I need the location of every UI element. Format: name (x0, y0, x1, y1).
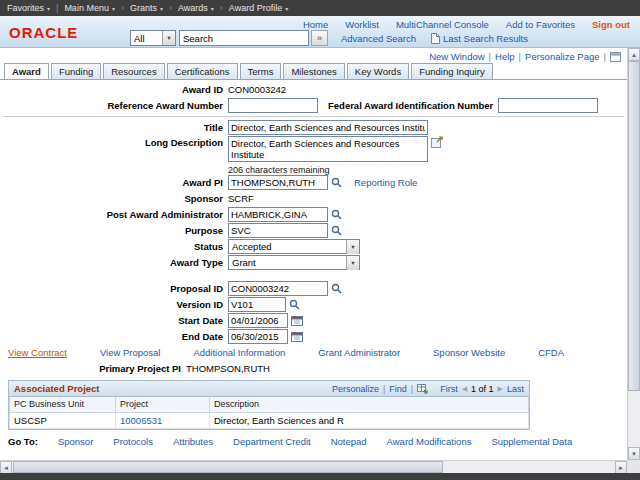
horizontal-scrollbar[interactable]: ◄ ► (0, 460, 627, 473)
breadcrumb-grants[interactable]: Grants ▾ (130, 3, 163, 13)
version-id-input[interactable] (228, 297, 286, 312)
previous-page-icon[interactable]: ◀ (462, 385, 467, 393)
cell-pc-business-unit: USCSP (10, 412, 116, 428)
goto-award-modifications-link[interactable]: Award Modifications (387, 436, 472, 447)
status-select[interactable]: Accepted ▼ (228, 239, 360, 254)
goto-supplemental-data-link[interactable]: Supplemental Data (491, 436, 572, 447)
vertical-scrollbar[interactable]: ▲ ▼ (627, 48, 640, 460)
post-award-administrator-input[interactable] (228, 207, 328, 222)
proposal-id-label: Proposal ID (0, 283, 228, 294)
separator: | (411, 384, 413, 394)
award-pi-label: Award PI (0, 177, 228, 188)
new-window-link[interactable]: New Window (429, 51, 484, 62)
sponsor-label: Sponsor (0, 193, 228, 204)
scroll-down-button[interactable]: ▼ (628, 447, 640, 460)
federal-award-identification-number-input[interactable] (498, 98, 598, 113)
award-pi-lookup-button[interactable] (331, 177, 342, 188)
purpose-label: Purpose (0, 225, 228, 236)
proposal-id-lookup-button[interactable] (331, 283, 342, 294)
federal-award-identification-number-label: Federal Award Identification Number (328, 100, 498, 111)
sign-out-link[interactable]: Sign out (592, 19, 630, 30)
advanced-search-link[interactable]: Advanced Search (341, 33, 416, 44)
goto-attributes-link[interactable]: Attributes (173, 436, 213, 447)
find-link[interactable]: Find (389, 384, 407, 394)
project-link[interactable]: 10006531 (120, 415, 162, 426)
status-value: Accepted (229, 241, 346, 252)
next-page-icon[interactable]: ▶ (498, 385, 503, 393)
search-go-button[interactable]: » (311, 30, 328, 46)
last-search-results-link[interactable]: Last Search Results (431, 33, 528, 44)
tab-certifications[interactable]: Certifications (167, 63, 238, 79)
goto-row: Go To: Sponsor Protocols Attributes Depa… (8, 436, 627, 447)
post-award-administrator-lookup-button[interactable] (331, 209, 342, 220)
worklist-link[interactable]: Worklist (345, 19, 379, 30)
divider (3, 116, 624, 117)
version-id-lookup-button[interactable] (289, 299, 300, 310)
grant-administrator-link[interactable]: Grant Administrator (318, 347, 400, 358)
additional-information-link[interactable]: Additional Information (193, 347, 285, 358)
start-date-input[interactable] (228, 313, 288, 328)
start-date-label: Start Date (0, 315, 228, 326)
chevron-down-icon: ▾ (47, 5, 50, 12)
breadcrumb-separator: › (220, 3, 223, 13)
favorites-menu[interactable]: Favorites ▾ (7, 3, 50, 13)
expand-icon-glyph (431, 136, 443, 148)
reporting-role-link[interactable]: Reporting Role (354, 177, 417, 188)
personalize-link[interactable]: Personalize (332, 384, 379, 394)
award-pi-input[interactable] (228, 175, 328, 190)
tab-key-words[interactable]: Key Words (347, 63, 409, 79)
magnifier-icon (289, 299, 300, 310)
last-search-results-label: Last Search Results (443, 33, 528, 44)
download-grid-icon[interactable] (417, 384, 428, 394)
main-menu[interactable]: Main Menu ▾ (64, 3, 115, 13)
scroll-up-button[interactable]: ▲ (628, 48, 640, 61)
goto-notepad-link[interactable]: Notepad (331, 436, 367, 447)
personalize-page-link[interactable]: Personalize Page (525, 51, 599, 62)
search-input[interactable] (179, 30, 309, 46)
expand-icon[interactable] (431, 136, 443, 148)
horizontal-scroll-thumb[interactable] (13, 461, 443, 473)
version-id-label: Version ID (0, 299, 228, 310)
first-link[interactable]: First (440, 384, 458, 394)
goto-protocols-link[interactable]: Protocols (113, 436, 153, 447)
breadcrumb-award-profile[interactable]: Award Profile ▾ (229, 3, 288, 13)
long-description-textarea[interactable]: Director, Earth Sciences and Resources I… (228, 136, 428, 162)
magnifier-icon (331, 283, 342, 294)
end-date-calendar-button[interactable] (291, 331, 303, 342)
tab-terms[interactable]: Terms (240, 63, 282, 79)
tab-funding[interactable]: Funding (51, 63, 101, 79)
end-date-label: End Date (0, 331, 228, 342)
breadcrumb-separator: › (169, 3, 172, 13)
home-link[interactable]: Home (303, 19, 328, 30)
award-id-value: CON0003242 (228, 84, 286, 95)
cfda-link[interactable]: CFDA (538, 347, 564, 358)
goto-department-credit-link[interactable]: Department Credit (233, 436, 311, 447)
tab-resources[interactable]: Resources (103, 63, 164, 79)
tab-award[interactable]: Award (4, 63, 49, 79)
purpose-lookup-button[interactable] (331, 225, 342, 236)
start-date-calendar-button[interactable] (291, 315, 303, 326)
tab-funding-inquiry[interactable]: Funding Inquiry (411, 63, 492, 79)
add-to-favorites-link[interactable]: Add to Favorites (506, 19, 575, 30)
search-scope-select[interactable]: All ▼ (130, 30, 176, 46)
search-links: Advanced Search Last Search Results (341, 33, 528, 44)
goto-sponsor-link[interactable]: Sponsor (58, 436, 93, 447)
proposal-id-input[interactable] (228, 281, 328, 296)
breadcrumb-awards[interactable]: Awards ▾ (178, 3, 214, 13)
tab-milestones[interactable]: Milestones (283, 63, 344, 79)
help-link[interactable]: Help (495, 51, 515, 62)
view-contract-link[interactable]: View Contract (8, 347, 67, 358)
award-id-row: Award ID CON0003242 (0, 82, 627, 97)
title-input[interactable] (228, 120, 428, 135)
new-window-icon[interactable] (610, 52, 621, 62)
award-pi-row: Award PI Reporting Role (0, 175, 627, 190)
vertical-scroll-thumb[interactable] (628, 61, 640, 391)
purpose-input[interactable] (228, 223, 328, 238)
sponsor-website-link[interactable]: Sponsor Website (433, 347, 505, 358)
award-type-select[interactable]: Grant ▼ (228, 255, 360, 270)
reference-award-number-input[interactable] (228, 98, 318, 113)
last-link[interactable]: Last (507, 384, 524, 394)
end-date-input[interactable] (228, 329, 288, 344)
view-proposal-link[interactable]: View Proposal (100, 347, 161, 358)
multichannel-console-link[interactable]: MultiChannel Console (396, 19, 489, 30)
